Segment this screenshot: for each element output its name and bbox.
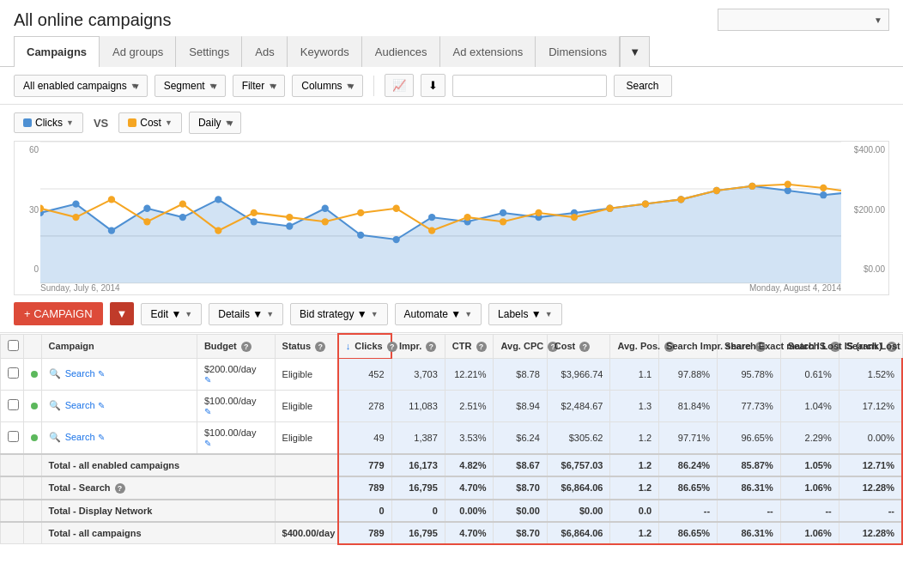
svg-point-13 (322, 205, 329, 212)
campaign-link-1[interactable]: Search (65, 400, 95, 410)
bid-strategy-btn[interactable]: Bid strategy ▼ (290, 303, 388, 325)
header-dropdown[interactable] (718, 9, 889, 31)
total-pos-3: 1.2 (610, 522, 659, 544)
svg-point-14 (357, 232, 364, 239)
segment-filter[interactable]: Segment (155, 75, 226, 97)
chart-svg (40, 142, 841, 284)
total-cpc-3: $8.70 (494, 522, 547, 544)
status-help-icon[interactable]: ? (315, 342, 325, 352)
row-checkbox-0[interactable] (8, 367, 19, 379)
total-cost-1: $6,864.06 (547, 476, 610, 500)
budget-help-icon[interactable]: ? (241, 342, 252, 352)
row-share-0: 97.88% (659, 358, 718, 390)
total-clicks-2: 0 (338, 500, 391, 522)
add-campaign-btn[interactable]: + CAMPAIGN (14, 302, 103, 325)
svg-point-27 (820, 191, 827, 198)
row-lost-rank-1: 1.04% (780, 390, 839, 421)
y-label-30: 30 (16, 205, 39, 215)
impr-help-icon[interactable]: ? (426, 342, 436, 352)
edit-budget-icon-1[interactable]: ✎ (204, 407, 211, 416)
toolbar-separator (373, 76, 374, 96)
th-pos[interactable]: Avg. Pos. ? (610, 334, 659, 358)
total-budget-0 (275, 454, 338, 476)
th-share[interactable]: Search Impr. share ? (659, 334, 718, 358)
svg-point-29 (72, 214, 79, 221)
edit-btn[interactable]: Edit ▼ (141, 303, 202, 325)
total-check-3 (1, 522, 24, 544)
clicks-metric-btn[interactable]: Clicks (14, 112, 83, 133)
svg-point-36 (322, 218, 329, 225)
row-impr-0: 3,703 (391, 358, 445, 390)
th-budget[interactable]: Budget ? (197, 334, 275, 358)
total-cpc-1: $8.70 (494, 476, 547, 500)
tab-settings[interactable]: Settings (176, 36, 242, 67)
tab-campaigns[interactable]: Campaigns (14, 36, 100, 67)
tab-adgroups[interactable]: Ad groups (100, 36, 176, 67)
labels-btn[interactable]: Labels ▼ (488, 303, 562, 325)
total-clicks-0: 779 (338, 454, 391, 476)
search-input[interactable] (452, 75, 607, 97)
th-campaign[interactable]: Campaign (41, 334, 197, 358)
tab-dimensions[interactable]: Dimensions (536, 36, 620, 67)
th-status[interactable]: Status ? (275, 334, 338, 358)
th-ctr[interactable]: CTR ? (445, 334, 494, 358)
th-impr[interactable]: Impr. ? (391, 334, 445, 358)
automate-btn[interactable]: Automate ▼ (395, 303, 482, 325)
row-check-2[interactable] (1, 421, 24, 454)
th-exact[interactable]: Search Exact match IS ? (718, 334, 781, 358)
campaign-link-2[interactable]: Search (65, 432, 95, 442)
search-button[interactable]: Search (614, 75, 672, 97)
th-check[interactable] (1, 334, 24, 358)
ctr-help-icon[interactable]: ? (476, 342, 487, 352)
row-cost-1: $2,484.67 (547, 390, 610, 421)
total-row: Total - all enabled campaigns 779 16,173… (1, 454, 903, 476)
tab-more[interactable]: ▼ (620, 36, 650, 67)
row-check-0[interactable] (1, 358, 24, 390)
svg-point-41 (500, 218, 506, 225)
total-row: Total - Display Network 0 0 0.00% $0.00 … (1, 500, 903, 522)
svg-point-10 (215, 196, 221, 203)
row-pos-0: 1.1 (610, 358, 659, 390)
total-row: Total - all campaigns $400.00/day 789 16… (1, 522, 903, 544)
edit-budget-icon-0[interactable]: ✎ (204, 375, 211, 385)
cost-help-icon[interactable]: ? (579, 342, 590, 352)
th-lost-rank[interactable]: Search Lost IS (rank) ? (780, 334, 839, 358)
y-label-60: 60 (16, 145, 39, 155)
chart-icon-btn[interactable]: 📈 (385, 74, 414, 97)
th-clicks[interactable]: ↓ Clicks ? (338, 334, 391, 358)
total-help-icon[interactable]: ? (115, 483, 125, 494)
row-checkbox-1[interactable] (8, 399, 19, 410)
daily-period-btn[interactable]: Daily (189, 112, 242, 134)
download-icon-btn[interactable]: ⬇ (421, 74, 445, 97)
status-dot-1 (31, 403, 38, 409)
cost-metric-btn[interactable]: Cost (118, 112, 182, 133)
tab-keywords[interactable]: Keywords (288, 36, 362, 67)
clicks-dot (23, 118, 32, 127)
svg-point-39 (428, 227, 435, 234)
tab-ads[interactable]: Ads (242, 36, 287, 67)
details-btn[interactable]: Details ▼ (209, 303, 283, 325)
columns-btn[interactable]: Columns (292, 75, 362, 97)
svg-point-16 (428, 214, 435, 221)
tab-audiences[interactable]: Audiences (362, 36, 440, 67)
total-dot-1 (24, 476, 41, 500)
edit-budget-icon-2[interactable]: ✎ (204, 439, 211, 448)
row-checkbox-2[interactable] (8, 431, 19, 442)
th-cpc[interactable]: Avg. CPC ? (494, 334, 547, 358)
select-all-checkbox[interactable] (8, 340, 19, 351)
row-ctr-2: 3.53% (445, 421, 494, 454)
svg-point-28 (40, 205, 44, 212)
filter-btn[interactable]: Filter (233, 75, 286, 97)
tab-adextensions[interactable]: Ad extensions (440, 36, 536, 67)
campaign-link-0[interactable]: Search (65, 368, 95, 379)
edit-campaign-icon-2[interactable]: ✎ (98, 433, 105, 442)
th-lost-budget[interactable]: Search Lost IS (budget) ? (839, 334, 902, 358)
add-campaign-dropdown[interactable]: ▼ (110, 302, 135, 325)
clicks-help-icon[interactable]: ? (387, 342, 397, 352)
total-dot-0 (24, 454, 41, 476)
row-check-1[interactable] (1, 390, 24, 421)
edit-campaign-icon-1[interactable]: ✎ (98, 401, 105, 410)
th-cost[interactable]: Cost ? (547, 334, 610, 358)
edit-campaign-icon-0[interactable]: ✎ (98, 369, 105, 379)
enabled-campaigns-filter[interactable]: All enabled campaigns (14, 75, 148, 97)
